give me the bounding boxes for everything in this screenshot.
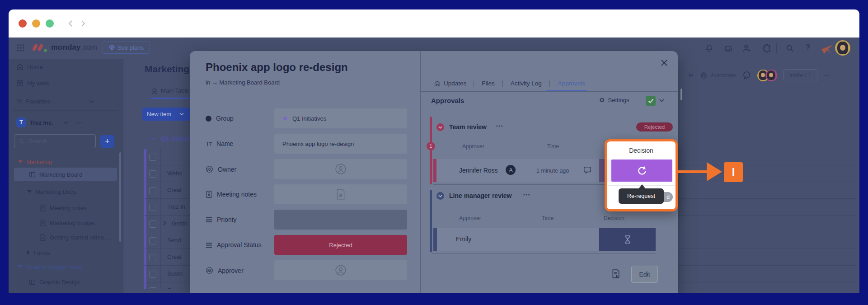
tab-files[interactable]: Files [474, 80, 502, 87]
minimize-window-button[interactable] [32, 19, 40, 28]
chevron-down-icon[interactable] [659, 99, 664, 102]
comment-bubble-icon[interactable] [583, 166, 591, 174]
zoom-window-button[interactable] [46, 19, 54, 28]
sidebar-workspace-marketing[interactable]: Marketing [18, 157, 52, 167]
tab-main-table[interactable]: Main Table [151, 87, 189, 94]
chevron-down-icon[interactable] [63, 121, 68, 124]
field-value-approver[interactable] [274, 260, 407, 280]
invite-members-icon[interactable] [742, 43, 752, 53]
section-title: Team review [449, 123, 487, 131]
row-checkbox[interactable] [149, 187, 156, 194]
collapse-section-icon[interactable] [436, 192, 444, 200]
line-manager-timeline [430, 190, 432, 252]
chevron-down-icon[interactable] [176, 113, 187, 116]
sidebar-item-meeting-notes[interactable]: Meeting notes [40, 203, 87, 213]
sidebar-item-marketing-board[interactable]: Marketing Board [29, 169, 82, 179]
approver-row-emily[interactable]: Emily [433, 228, 656, 251]
notifications-bell-icon[interactable] [704, 43, 714, 53]
sidebar-item-home[interactable]: Home [16, 62, 43, 72]
decision-cell-pending[interactable] [599, 228, 656, 251]
annotation-arrow-head [707, 162, 722, 181]
home-icon [16, 63, 23, 70]
field-label-name: TT Name [206, 140, 233, 147]
sidebar-item-graphic-design[interactable]: Graphic Design [29, 277, 80, 287]
search-icon[interactable] [785, 43, 795, 53]
sidebar-item-getting-started-video[interactable]: Getting started video … [40, 232, 112, 242]
column-header-approver: Approver [462, 143, 484, 150]
panel-scrollbar[interactable] [680, 89, 682, 100]
sidebar-workspace-graphic-design-team[interactable]: Graphic Design Team [18, 262, 83, 272]
tab-approvals[interactable]: Approvals [550, 80, 593, 87]
sidebar-workspace-trez[interactable]: T Trez Inc. ⋯ [16, 117, 116, 128]
row-checkbox[interactable] [149, 170, 156, 178]
row-checkbox[interactable] [149, 204, 156, 211]
section-title: Line manager review [449, 192, 512, 199]
header-divider [776, 43, 777, 53]
new-item-button[interactable]: New item [142, 108, 190, 121]
chevron-down-icon[interactable] [89, 100, 94, 103]
modal-breadcrumb[interactable]: in → Marketing Board Board [206, 79, 280, 86]
status-column-icon [206, 217, 212, 223]
section-menu-icon[interactable]: ⋯ [523, 190, 531, 199]
settings-button[interactable]: ⚙ Settings [599, 96, 629, 103]
monday-logo[interactable]: monday.com [33, 43, 97, 52]
automate-button[interactable]: Automate [700, 71, 736, 79]
collapse-section-icon[interactable] [436, 123, 444, 131]
nav-forward-icon[interactable] [78, 19, 87, 28]
help-icon[interactable]: ? [806, 43, 810, 52]
logo-mark-green [44, 49, 47, 52]
inbox-tray-icon[interactable] [723, 44, 733, 53]
re-request-button[interactable] [611, 160, 672, 182]
row-status-bar [433, 228, 437, 251]
truncated-label: te [689, 72, 694, 79]
sidebar-item-marketing-docs[interactable]: Marketing Docs [27, 187, 76, 197]
field-value-group[interactable]: Q1 Initiatives [274, 108, 407, 128]
field-value-approval-status[interactable]: Rejected [274, 235, 407, 255]
summary-doc-icon[interactable] [612, 269, 620, 278]
edit-button[interactable]: Edit [631, 266, 658, 283]
user-avatar[interactable] [835, 40, 850, 56]
row-checkbox[interactable] [149, 254, 156, 261]
chat-bubble-icon[interactable] [742, 71, 751, 80]
nav-back-icon[interactable] [66, 19, 75, 28]
row-checkbox[interactable] [149, 237, 156, 244]
people-icon [206, 165, 213, 173]
caret-down-icon [18, 160, 23, 163]
section-menu-icon[interactable]: ⋯ [496, 122, 504, 130]
select-all-checkbox[interactable] [149, 154, 156, 161]
field-value-meeting-notes[interactable] [274, 184, 407, 204]
invite-button[interactable]: Invite / 1 [784, 69, 817, 81]
re-request-tooltip: Re-request [619, 188, 664, 204]
row-checkbox[interactable] [149, 287, 156, 289]
field-value-name[interactable]: Phoenix app logo re-design [274, 134, 407, 154]
see-plans-button[interactable]: See plans [103, 42, 150, 54]
apps-marketplace-puzzle-icon[interactable] [762, 43, 772, 53]
apps-grid-icon[interactable] [16, 43, 25, 52]
board-menu-icon[interactable]: ⋯ [824, 72, 830, 79]
field-label-owner: Owner [206, 165, 236, 173]
section-status-pill: Rejected [636, 122, 673, 131]
board-members-avatars[interactable] [757, 70, 777, 81]
sidebar-search-input[interactable]: Search [14, 134, 96, 148]
field-value-owner[interactable] [274, 159, 407, 179]
row-checkbox[interactable] [149, 221, 156, 228]
approvals-enabled-checkbox[interactable] [646, 96, 656, 106]
sidebar-item-forms[interactable]: Forms [27, 248, 50, 258]
tab-activity-log[interactable]: Activity Log [503, 80, 549, 87]
sidebar-item-my-work[interactable]: My work [16, 78, 49, 88]
close-window-button[interactable] [19, 19, 27, 28]
expand-row-icon[interactable] [162, 221, 167, 226]
row-checkbox[interactable] [149, 271, 156, 278]
tab-updates[interactable]: Updates [434, 80, 474, 87]
board-icon [29, 171, 36, 178]
column-header-time: Time [542, 215, 554, 221]
sidebar-item-favorites[interactable]: ☆ Favorites [16, 96, 116, 106]
modal-tabs: Updates Files Activity Log Approvals [434, 80, 593, 87]
sidebar-scrollbar[interactable] [119, 152, 121, 242]
add-board-button[interactable]: + [100, 135, 114, 148]
workspace-menu-icon[interactable]: ⋯ [76, 119, 83, 126]
window-titlebar [9, 9, 859, 38]
sidebar-item-marketing-budget[interactable]: Marketing budget [40, 218, 95, 228]
field-value-priority[interactable] [274, 210, 407, 230]
group-color-dot [283, 117, 287, 120]
